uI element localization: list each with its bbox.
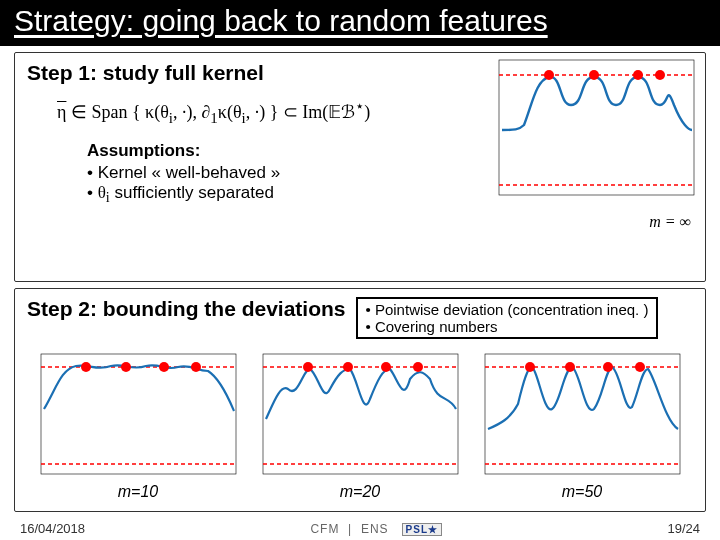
svg-point-3 <box>544 70 554 80</box>
logo-cfm: CFM <box>310 522 339 536</box>
footer-page: 19/24 <box>667 521 700 536</box>
svg-rect-14 <box>263 354 458 474</box>
plot-m-infinity: m = ∞ <box>494 55 699 231</box>
slide-footer: 16/04/2018 CFM | ENS PSL★ 19/24 <box>0 521 720 536</box>
assumption-2-text: sufficiently separated <box>110 183 274 202</box>
plot-m10: m=10 <box>27 349 249 501</box>
plot-m20: m=20 <box>249 349 471 501</box>
logo-psl: PSL★ <box>402 523 442 536</box>
plot-m-infinity-caption: m = ∞ <box>494 213 699 231</box>
plot-m50: m=50 <box>471 349 693 501</box>
svg-point-19 <box>381 362 391 372</box>
svg-point-6 <box>655 70 665 80</box>
deviations-box: Pointwise deviation (concentration ineq.… <box>356 297 659 339</box>
svg-point-26 <box>603 362 613 372</box>
svg-point-13 <box>191 362 201 372</box>
footer-date: 16/04/2018 <box>20 521 85 536</box>
devbox-line1: Pointwise deviation (concentration ineq.… <box>366 301 649 318</box>
svg-point-20 <box>413 362 423 372</box>
devbox-line2: Covering numbers <box>366 318 649 335</box>
svg-point-5 <box>633 70 643 80</box>
plot-m20-caption: m=20 <box>249 483 471 501</box>
svg-point-12 <box>159 362 169 372</box>
svg-point-4 <box>589 70 599 80</box>
step1-panel: Step 1: study full kernel η ∈ Span { κ(θ… <box>14 52 706 282</box>
svg-rect-0 <box>499 60 694 195</box>
theta-i: θi <box>98 183 110 202</box>
svg-point-11 <box>121 362 131 372</box>
svg-point-24 <box>525 362 535 372</box>
svg-point-18 <box>343 362 353 372</box>
step2-panel: Step 2: bounding the deviations Pointwis… <box>14 288 706 512</box>
plot-m50-caption: m=50 <box>471 483 693 501</box>
step2-heading: Step 2: bounding the deviations <box>27 297 346 321</box>
slide-title: Strategy: going back to random features <box>0 0 720 46</box>
plot-m10-caption: m=10 <box>27 483 249 501</box>
logo-ens: ENS <box>361 522 389 536</box>
svg-point-10 <box>81 362 91 372</box>
svg-point-17 <box>303 362 313 372</box>
footer-logos: CFM | ENS PSL★ <box>310 522 442 536</box>
svg-point-25 <box>565 362 575 372</box>
svg-point-27 <box>635 362 645 372</box>
